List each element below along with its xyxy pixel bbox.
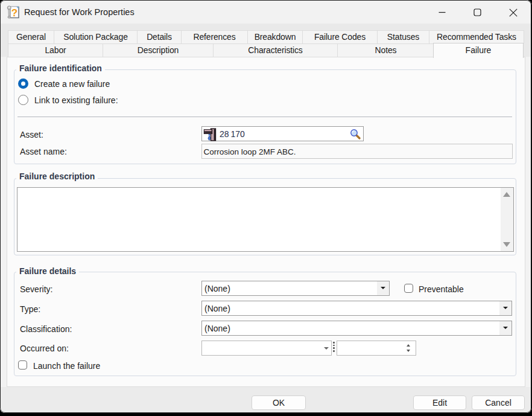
svg-text:?: ? xyxy=(11,7,17,19)
